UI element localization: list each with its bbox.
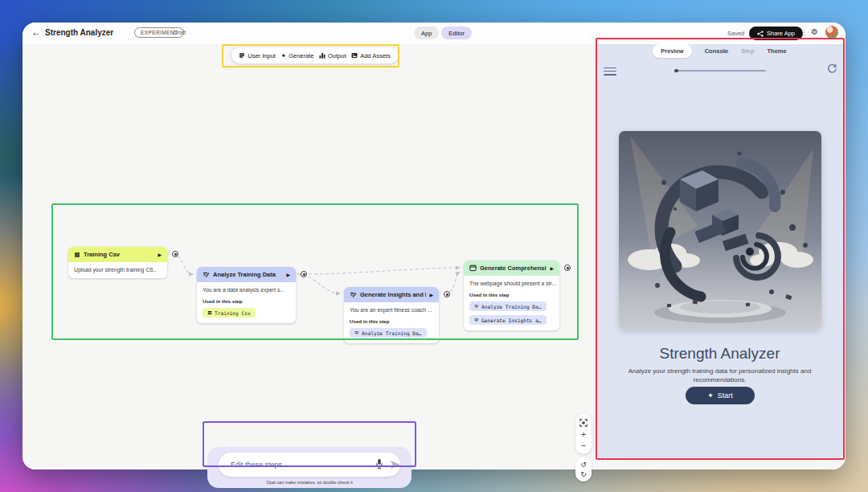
generate-text-icon — [350, 291, 357, 298]
preview-image — [619, 131, 821, 330]
saved-status: Saved — [727, 30, 744, 37]
play-node-icon[interactable]: ▶ — [550, 265, 554, 271]
top-bar: ← Strength Analyzer EXPERIMENT Draft App… — [23, 23, 845, 44]
preview-tabs: Preview Console Step Theme — [596, 44, 844, 58]
more-options-icon[interactable]: ⋮ — [800, 28, 808, 36]
add-output-button[interactable]: Output — [319, 52, 346, 59]
app-tab[interactable]: App — [414, 27, 439, 39]
input-chip-analyze-training-data[interactable]: Analyze Training Da… — [350, 328, 427, 338]
output-handle-icon[interactable] — [564, 264, 571, 271]
mic-icon[interactable] — [375, 458, 384, 469]
tab-console[interactable]: Console — [705, 47, 729, 55]
back-icon[interactable]: ← — [31, 27, 41, 38]
app-window: ← Strength Analyzer EXPERIMENT Draft App… — [23, 23, 845, 469]
play-node-icon[interactable]: ▶ — [286, 272, 290, 277]
edit-steps-panel: Opal can make mistakes, so double-check … — [207, 447, 411, 488]
input-chip-training-csv[interactable]: Training Csv — [203, 308, 256, 318]
used-in-step-label: Used in this step — [350, 318, 433, 324]
node-title: Generate Insights and R... — [360, 291, 426, 298]
page-title: Strength Analyzer — [45, 28, 113, 37]
node-title: Training Csv — [84, 251, 154, 258]
node-title: Generate Comprehensi... — [480, 264, 547, 272]
list-icon — [74, 252, 80, 258]
list-icon — [207, 310, 212, 315]
output-handle-icon[interactable] — [444, 291, 450, 297]
output-handle-icon[interactable] — [301, 271, 307, 277]
play-node-icon[interactable]: ▶ — [158, 252, 162, 257]
redo-icon[interactable]: ↻ — [580, 471, 587, 478]
gear-icon[interactable]: ⚙ — [811, 27, 818, 36]
zoom-out-button[interactable]: − — [580, 442, 587, 449]
fit-view-icon[interactable] — [579, 419, 588, 427]
node-toolbar: User Input ✦ Generate Output Add Assets — [231, 47, 398, 64]
add-generate-button[interactable]: ✦ Generate — [280, 52, 313, 59]
node-training-csv[interactable]: Training Csv ▶ Upload your strength trai… — [68, 247, 167, 278]
disclaimer-text: Opal can make mistakes, so double-check … — [207, 480, 411, 485]
start-button[interactable]: ✦ Start — [686, 387, 755, 404]
editor-tab[interactable]: Editor — [441, 27, 472, 39]
tab-preview[interactable]: Preview — [653, 44, 691, 58]
generate-text-icon — [354, 330, 359, 335]
undo-redo-controls: ↺ ↻ — [575, 457, 592, 482]
used-in-step-label: Used in this step — [469, 292, 554, 297]
node-description: The webpage should present a str... — [469, 281, 554, 286]
progress-slider[interactable] — [674, 70, 766, 72]
output-handle-icon[interactable] — [172, 251, 178, 257]
tab-theme[interactable]: Theme — [768, 47, 787, 55]
add-assets-icon — [351, 52, 358, 59]
node-analyze-training-data[interactable]: Analyze Training Data ▶ You are a data a… — [197, 267, 296, 323]
share-icon — [757, 31, 764, 37]
undo-icon[interactable]: ↺ — [580, 461, 587, 469]
generate-text-icon — [474, 318, 479, 322]
avatar[interactable] — [825, 26, 838, 39]
generate-icon: ✦ — [280, 52, 286, 59]
webpage-icon — [469, 264, 477, 272]
node-description: Upload your strength training CS.. — [74, 267, 162, 273]
used-in-step-label: Used in this step — [203, 298, 290, 304]
input-chip-generate-insights[interactable]: Generate Insights a… — [469, 315, 547, 325]
menu-icon[interactable] — [604, 65, 616, 77]
node-description: You are a data analysis expert s... — [203, 287, 290, 293]
output-icon — [319, 52, 326, 59]
node-title: Analyze Training Data — [213, 271, 283, 278]
share-app-button[interactable]: Share App — [749, 27, 803, 40]
add-assets-button[interactable]: Add Assets — [351, 52, 391, 59]
user-input-icon — [239, 52, 245, 59]
node-description: You are an expert fitness coach ... — [350, 307, 433, 313]
play-node-icon[interactable]: ▶ — [429, 292, 433, 297]
input-chip-analyze-training-data[interactable]: Analyze Training Da… — [469, 301, 547, 311]
zoom-in-button[interactable]: + — [580, 431, 587, 438]
draft-status: Draft — [174, 30, 186, 35]
send-icon[interactable] — [391, 461, 400, 469]
app-title: Strength Analyzer — [596, 345, 844, 363]
generate-text-icon — [203, 271, 210, 278]
app-description: Analyze your strength training data for … — [623, 367, 817, 385]
node-generate-insights[interactable]: Generate Insights and R... ▶ You are an … — [344, 287, 439, 343]
preview-panel: Preview Console Step Theme — [596, 38, 844, 460]
tab-step[interactable]: Step — [741, 47, 754, 55]
view-toggle: App Editor — [414, 27, 472, 39]
canvas-zoom-controls: + − — [575, 414, 592, 454]
node-generate-comprehensive[interactable]: Generate Comprehensi... ▶ The webpage sh… — [464, 260, 559, 330]
sparkle-icon: ✦ — [707, 392, 714, 400]
generate-text-icon — [474, 304, 479, 309]
edit-steps-input[interactable] — [219, 453, 400, 477]
share-app-label: Share App — [767, 30, 795, 37]
add-user-input-button[interactable]: User Input — [239, 52, 276, 59]
refresh-icon[interactable] — [827, 64, 837, 74]
